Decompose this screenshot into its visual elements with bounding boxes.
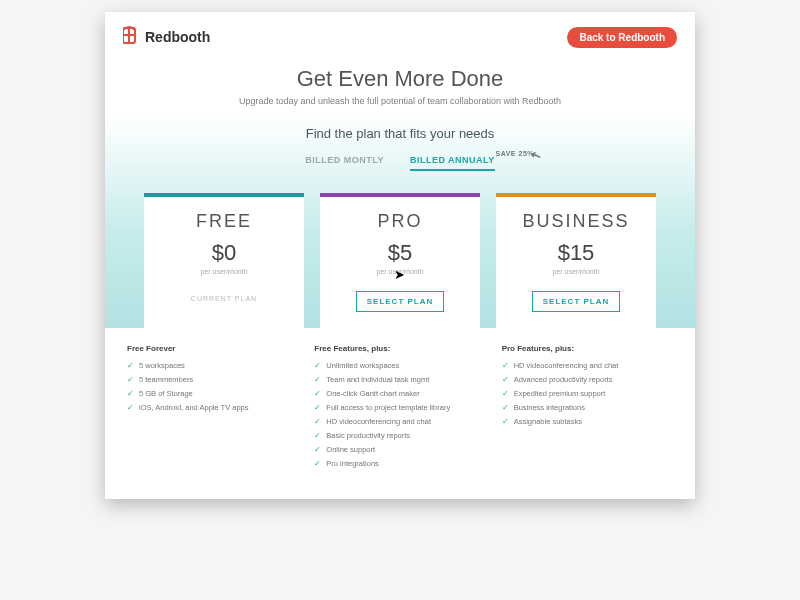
- features-business: Pro Features, plus: ✓HD videoconferencin…: [502, 344, 673, 473]
- plan-per: per user/month: [152, 268, 296, 275]
- features-list: ✓HD videoconferencing and chat✓Advanced …: [502, 361, 673, 426]
- feature-item: ✓Full access to project template library: [314, 403, 485, 412]
- check-icon: ✓: [314, 445, 321, 454]
- check-icon: ✓: [502, 361, 509, 370]
- features-heading: Pro Features, plus:: [502, 344, 673, 353]
- check-icon: ✓: [314, 459, 321, 468]
- feature-item: ✓5 workspaces: [127, 361, 298, 370]
- plan-bar: [496, 193, 656, 197]
- finder-heading: Find the plan that fits your needs: [105, 126, 695, 141]
- pricing-page: Redbooth Back to Redbooth Get Even More …: [105, 12, 695, 499]
- feature-item: ✓Pro integrations: [314, 459, 485, 468]
- plan-price: $5: [328, 240, 472, 266]
- plan-name: BUSINESS: [504, 211, 648, 232]
- save-callout: SAVE 25%↙: [496, 145, 545, 159]
- check-icon: ✓: [314, 417, 321, 426]
- features-pro: Free Features, plus: ✓Unlimited workspac…: [314, 344, 485, 473]
- check-icon: ✓: [127, 361, 134, 370]
- check-icon: ✓: [127, 375, 134, 384]
- plan-bar: [320, 193, 480, 197]
- feature-item: ✓Business integrations: [502, 403, 673, 412]
- plan-selector-section: Find the plan that fits your needs BILLE…: [105, 116, 695, 328]
- plan-price: $0: [152, 240, 296, 266]
- select-plan-button[interactable]: SELECT PLAN: [356, 291, 445, 312]
- plan-card-free: FREE $0 per user/month CURRENT PLAN: [144, 193, 304, 328]
- check-icon: ✓: [502, 403, 509, 412]
- back-to-redbooth-button[interactable]: Back to Redbooth: [567, 27, 677, 48]
- features-list: ✓5 workspaces✓5 teammembers✓5 GB of Stor…: [127, 361, 298, 412]
- check-icon: ✓: [502, 417, 509, 426]
- feature-item: ✓One-click Gantt chart maker: [314, 389, 485, 398]
- feature-item: ✓5 teammembers: [127, 375, 298, 384]
- check-icon: ✓: [127, 389, 134, 398]
- check-icon: ✓: [314, 403, 321, 412]
- feature-item: ✓Assignable subtasks: [502, 417, 673, 426]
- plan-name: PRO: [328, 211, 472, 232]
- hero-section: Get Even More Done Upgrade today and unl…: [105, 48, 695, 116]
- cursor-icon: ➤: [394, 267, 405, 282]
- plan-per: per user/month: [504, 268, 648, 275]
- brand-name: Redbooth: [145, 29, 210, 45]
- plan-bar: [144, 193, 304, 197]
- current-plan-label: CURRENT PLAN: [152, 295, 296, 302]
- check-icon: ✓: [314, 389, 321, 398]
- plan-card-business: BUSINESS $15 per user/month SELECT PLAN: [496, 193, 656, 328]
- features-heading: Free Features, plus:: [314, 344, 485, 353]
- page-header: Redbooth Back to Redbooth: [105, 12, 695, 48]
- plan-cards-row: FREE $0 per user/month CURRENT PLAN PRO …: [105, 171, 695, 328]
- feature-item: ✓5 GB of Storage: [127, 389, 298, 398]
- billing-toggle: BILLED MONTLY BILLED ANNUALY SAVE 25%↙: [105, 155, 695, 171]
- features-free: Free Forever ✓5 workspaces✓5 teammembers…: [127, 344, 298, 473]
- check-icon: ✓: [314, 361, 321, 370]
- plan-name: FREE: [152, 211, 296, 232]
- feature-item: ✓HD videoconferencing and chat: [502, 361, 673, 370]
- feature-item: ✓Online support: [314, 445, 485, 454]
- feature-item: ✓HD videoconferencing and chat: [314, 417, 485, 426]
- plan-card-pro: PRO $5 per user/month ➤ SELECT PLAN: [320, 193, 480, 328]
- tab-billed-monthly[interactable]: BILLED MONTLY: [305, 155, 384, 171]
- check-icon: ✓: [502, 375, 509, 384]
- feature-item: ✓Basic productivity reports: [314, 431, 485, 440]
- hero-subtitle: Upgrade today and unleash the full poten…: [135, 96, 665, 106]
- brand-logo: Redbooth: [123, 26, 210, 48]
- plan-price: $15: [504, 240, 648, 266]
- check-icon: ✓: [502, 389, 509, 398]
- feature-item: ✓Expedited premium support: [502, 389, 673, 398]
- tab-billed-annually[interactable]: BILLED ANNUALY: [410, 155, 495, 171]
- redbooth-icon: [123, 26, 139, 48]
- feature-item: ✓Unlimited workspaces: [314, 361, 485, 370]
- feature-item: ✓Team and individual task mgmt: [314, 375, 485, 384]
- features-section: Free Forever ✓5 workspaces✓5 teammembers…: [105, 328, 695, 499]
- features-heading: Free Forever: [127, 344, 298, 353]
- check-icon: ✓: [314, 431, 321, 440]
- select-plan-button[interactable]: SELECT PLAN: [532, 291, 621, 312]
- features-list: ✓Unlimited workspaces✓Team and individua…: [314, 361, 485, 468]
- check-icon: ✓: [314, 375, 321, 384]
- feature-item: ✓Advanced productivity reports: [502, 375, 673, 384]
- hero-title: Get Even More Done: [135, 66, 665, 92]
- feature-item: ✓iOS, Android, and Apple TV apps: [127, 403, 298, 412]
- check-icon: ✓: [127, 403, 134, 412]
